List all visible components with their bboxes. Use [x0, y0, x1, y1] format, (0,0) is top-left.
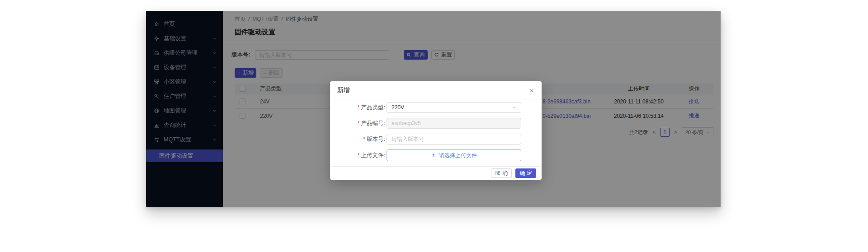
confirm-button[interactable]: 确 定 [515, 168, 536, 178]
product-code-label: *产品编号: [330, 120, 385, 127]
product-code-field-row: *产品编号: aspbacp3v5 [330, 118, 542, 129]
version-field-row: *版本号: [330, 134, 542, 145]
modal-body: *产品类型: 220V *产品编号: aspbacp3v5 *版本 [330, 99, 542, 161]
required-mark: * [358, 120, 360, 126]
product-type-label: *产品类型: [330, 104, 385, 112]
version-input[interactable] [387, 134, 521, 145]
upload-icon [431, 153, 436, 158]
chevron-down-icon [512, 105, 517, 110]
required-mark: * [363, 136, 365, 142]
required-mark: * [358, 152, 360, 159]
modal-header: 新增 × [330, 81, 542, 99]
app-window: 首页 基础设置 供暖公司管理 [146, 11, 721, 207]
page: 首页 基础设置 供暖公司管理 [0, 0, 868, 252]
close-icon[interactable]: × [527, 86, 536, 95]
cancel-button[interactable]: 取 消 [491, 168, 512, 178]
product-type-field-row: *产品类型: 220V [330, 102, 542, 113]
product-type-value: 220V [392, 104, 404, 111]
modal-title: 新增 [337, 86, 350, 94]
product-type-select[interactable]: 220V [387, 102, 521, 113]
upload-label: *上传文件: [330, 152, 385, 159]
upload-file-button[interactable]: 请选择上传文件 [387, 149, 521, 161]
upload-button-label: 请选择上传文件 [439, 152, 477, 159]
product-code-value: aspbacp3v5 [392, 120, 421, 126]
product-code-field: aspbacp3v5 [387, 118, 521, 129]
upload-field-row: *上传文件: 请选择上传文件 [330, 149, 542, 161]
modal-footer: 取 消 确 定 [330, 166, 542, 180]
required-mark: * [358, 104, 360, 111]
add-modal: 新增 × *产品类型: 220V *产品编号: aspbac [330, 81, 542, 180]
version-label: *版本号: [330, 135, 385, 143]
